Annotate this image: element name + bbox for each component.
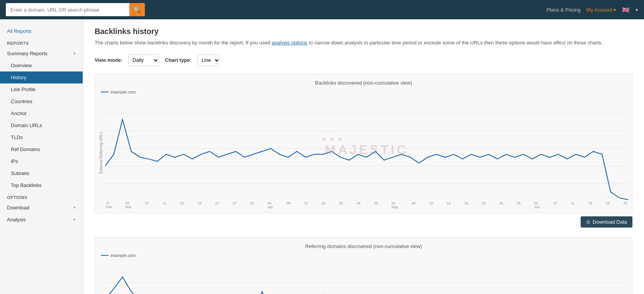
- x-label: 03Mar: [126, 201, 132, 209]
- y-axis-label-1: External Referring URLs: [99, 96, 103, 209]
- x-label: 19: [197, 201, 201, 209]
- x-label: 11: [571, 201, 575, 209]
- sidebar-item-download[interactable]: Download: [0, 202, 83, 214]
- chart-controls: View mode: Daily Weekly Monthly Chart ty…: [95, 54, 632, 66]
- page-title: Backlinks history: [95, 27, 632, 36]
- chart-type-label: Chart type:: [165, 57, 192, 63]
- legend-line-2: [101, 255, 109, 256]
- x-label: 08: [287, 201, 291, 209]
- search-button[interactable]: 🔍: [129, 3, 145, 16]
- download-icon-1: ⊙: [586, 219, 590, 225]
- ref-domains-chart-svg: 800 600 400 200 0 MAJESTIC ★ ★ ★: [105, 260, 628, 294]
- sidebar-item-all-reports[interactable]: All Reports: [0, 25, 83, 37]
- x-label: 28: [374, 201, 378, 209]
- plans-pricing-link[interactable]: Plans & Pricing: [547, 7, 581, 13]
- chart-type-select[interactable]: Line Bar: [197, 54, 220, 66]
- sidebar-item-domain-urls[interactable]: Domain URLs: [0, 119, 83, 131]
- ref-domains-chart-inner: Referring domains 800 600 400: [99, 260, 628, 294]
- backlinks-chart-svg: 600,000 500,000 400,000 300,000 200,000 …: [105, 96, 628, 201]
- main-content: Backlinks history The charts below show …: [83, 19, 644, 294]
- search-bar: 🔍: [6, 3, 145, 16]
- sidebar-item-ref-domains[interactable]: Ref Domains: [0, 143, 83, 155]
- layout: All Reports REPORTS Summary Reports Over…: [0, 19, 644, 294]
- x-label: 04Apr: [268, 201, 273, 209]
- x-label: 31: [250, 201, 254, 209]
- backlinks-chart-title: Backlinks discovered (non-cumulative vie…: [99, 80, 628, 86]
- ref-domains-chart-container: Referring domains discovered (non-cumula…: [95, 237, 632, 294]
- x-label: 30: [517, 201, 520, 209]
- svg-text:★ ★ ★: ★ ★ ★: [321, 135, 343, 143]
- view-mode-select[interactable]: Daily Weekly Monthly: [128, 54, 159, 66]
- x-label: 23: [624, 201, 627, 209]
- flag-chevron-icon: ▾: [636, 7, 638, 13]
- sidebar-item-history[interactable]: History: [0, 71, 83, 83]
- view-mode-label: View mode:: [95, 57, 122, 63]
- sidebar-options-section: OPTIONS: [0, 191, 83, 202]
- my-account-link[interactable]: My Account ▾: [586, 7, 616, 13]
- x-label: 15: [588, 201, 592, 209]
- svg-text:MAJESTIC: MAJESTIC: [325, 143, 408, 157]
- sidebar: All Reports REPORTS Summary Reports Over…: [0, 19, 83, 294]
- sidebar-item-subnets[interactable]: Subnets: [0, 167, 83, 179]
- x-label: 10: [429, 201, 433, 209]
- x-label: 11: [163, 201, 167, 209]
- sidebar-item-analysis[interactable]: Analysis: [0, 214, 83, 226]
- x-label: 07: [554, 201, 557, 209]
- x-label: 03Jun: [534, 201, 540, 209]
- ref-domains-chart-area: 800 600 400 200 0 MAJESTIC ★ ★ ★: [105, 260, 628, 294]
- legend-line-1: [101, 92, 109, 92]
- ref-domains-chart-section: Referring domains discovered (non-cumula…: [95, 237, 632, 294]
- x-label: 06: [412, 201, 416, 209]
- sidebar-item-top-backlinks[interactable]: Top Backlinks: [0, 179, 83, 191]
- x-label: 07: [145, 201, 149, 209]
- ref-domains-chart-legend: example.com: [99, 253, 628, 258]
- sidebar-item-link-profile[interactable]: Link Profile: [0, 83, 83, 95]
- language-flag[interactable]: 🇬🇧: [622, 6, 630, 14]
- y-axis-label-2: Referring domains: [99, 260, 103, 294]
- search-input[interactable]: [6, 3, 129, 16]
- download-data-button-1[interactable]: ⊙ Download Data: [581, 216, 632, 228]
- download-btn-row-1: ⊙ Download Data: [95, 216, 632, 228]
- backlinks-chart-inner: External Referring URLs 600: [99, 96, 628, 209]
- header-right: Plans & Pricing My Account ▾ 🇬🇧 ▾: [547, 6, 638, 14]
- backlinks-chart-container: Backlinks discovered (non-cumulative vie…: [95, 74, 632, 214]
- backlinks-chart-legend: example.com: [99, 90, 628, 94]
- sidebar-item-countries[interactable]: Countries: [0, 95, 83, 107]
- x-label: 18: [464, 201, 468, 209]
- sidebar-item-tlds[interactable]: TLDs: [0, 131, 83, 143]
- sidebar-item-anchor[interactable]: Anchor: [0, 107, 83, 119]
- ref-domains-chart-title: Referring domains discovered (non-cumula…: [99, 243, 628, 249]
- x-label: 12: [304, 201, 308, 209]
- analysis-options-link[interactable]: analysis options: [272, 40, 308, 46]
- x-label: 19: [606, 201, 610, 209]
- header: 🔍 Plans & Pricing My Account ▾ 🇬🇧 ▾: [0, 0, 644, 19]
- sidebar-item-overview[interactable]: Overview: [0, 59, 83, 71]
- backlinks-chart-section: Backlinks discovered (non-cumulative vie…: [95, 74, 632, 228]
- x-label: 02May: [391, 201, 398, 209]
- sidebar-item-summary-reports[interactable]: Summary Reports: [0, 48, 83, 59]
- x-label: 26: [499, 201, 503, 209]
- x-label: 16: [321, 201, 325, 209]
- sidebar-reports-section: REPORTS: [0, 37, 83, 48]
- x-label: 14: [447, 201, 450, 209]
- x-label: 15: [180, 201, 184, 209]
- x-label: 24: [357, 201, 360, 209]
- x-label: 27Feb: [106, 201, 112, 209]
- sidebar-item-ips[interactable]: IPs: [0, 155, 83, 167]
- x-label: 23: [215, 201, 219, 209]
- x-label: 27: [233, 201, 236, 209]
- x-label: 22: [482, 201, 486, 209]
- page-description: The charts below show backlinks discover…: [95, 39, 632, 47]
- chevron-down-icon: ▾: [613, 7, 616, 13]
- search-icon: 🔍: [133, 6, 141, 14]
- x-label: 20: [339, 201, 343, 209]
- backlinks-chart-area: 600,000 500,000 400,000 300,000 200,000 …: [105, 96, 628, 209]
